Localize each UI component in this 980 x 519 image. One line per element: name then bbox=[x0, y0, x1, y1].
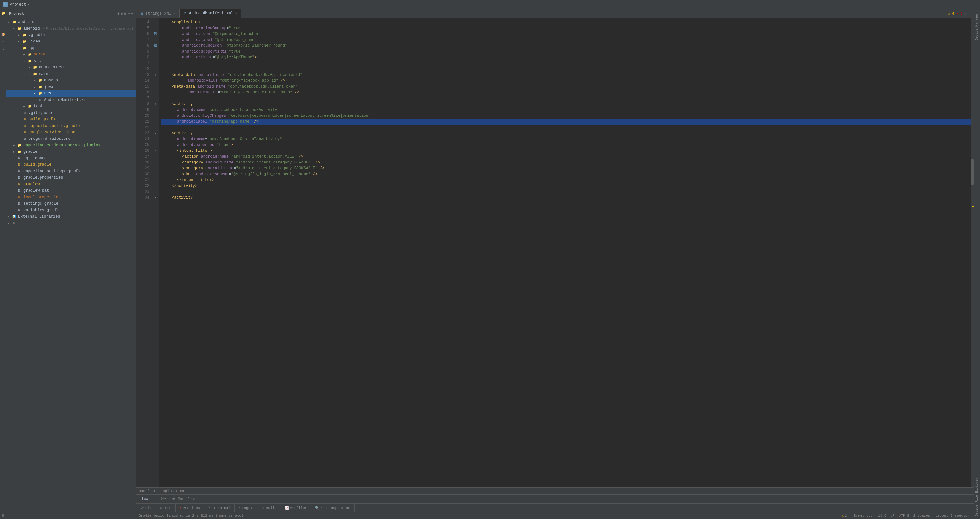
tree-item-external-libraries[interactable]: ▶ 📊 External Libraries bbox=[6, 214, 136, 220]
tab-label-2: AndroidManifest.xml bbox=[189, 11, 233, 16]
tree-item-gradlew[interactable]: 🗎 gradlew bbox=[6, 181, 136, 187]
project-close-icon[interactable]: — bbox=[131, 11, 133, 16]
build-variants-button[interactable]: ▤ bbox=[0, 512, 6, 519]
editor-content: 4 5 6 7 8 9 10 11 12 13 14 15 16 17 18 1… bbox=[136, 18, 974, 487]
xml-file-icon: 🗎 bbox=[140, 11, 143, 16]
editor-gutter: 🖼 🖼 ▾ ▾ ▾ ▾ bbox=[152, 18, 159, 487]
layout-inspector-button[interactable]: Layout Inspector bbox=[934, 514, 971, 518]
code-line-22 bbox=[161, 125, 971, 130]
gutter-fold-34[interactable]: ▾ bbox=[152, 195, 159, 200]
tree-item-build-gradle-root[interactable]: 🗎 build.gradle bbox=[6, 161, 136, 168]
tree-item-test[interactable]: ▶ 📁 test bbox=[6, 103, 136, 110]
code-area[interactable]: <application android:allowBackup="true" … bbox=[159, 18, 971, 487]
tree-item-capacitor-plugins[interactable]: ▶ 📁 capacitor-cordova-android-plugins bbox=[6, 142, 136, 149]
tool-problems[interactable]: ● Problems bbox=[176, 504, 204, 512]
tab-merged-manifest[interactable]: Merged Manifest bbox=[156, 495, 202, 504]
tree-label: AndroidManifest.xml bbox=[44, 97, 89, 102]
tree-item-proguard[interactable]: 🗎 proguard-rules.pro bbox=[6, 136, 136, 142]
tree-item-variables-gradle[interactable]: 🗎 variables.gradle bbox=[6, 207, 136, 214]
tree-item-gitignore-app[interactable]: 🗎 .gitignore bbox=[6, 110, 136, 116]
tree-item-gradle-folder[interactable]: ▶ 📁 .gradle bbox=[6, 32, 136, 38]
status-bar: Gradle build finished in 2 s 822 ms (mom… bbox=[136, 512, 974, 519]
tool-terminal[interactable]: >_ Terminal bbox=[204, 504, 235, 512]
warning-badge: ⚠ 4 bbox=[948, 11, 955, 16]
tree-label: gradlew bbox=[23, 182, 40, 187]
editor-scrollbar[interactable] bbox=[971, 18, 974, 487]
event-log-button[interactable]: Event Log bbox=[852, 514, 874, 518]
code-line-25: android:exported="true"> bbox=[161, 142, 971, 148]
tree-item-assets[interactable]: ▶ 📁 assets bbox=[6, 77, 136, 84]
gutter-image-marker-8[interactable]: 🖼 bbox=[152, 43, 159, 49]
profiler-icon: 📈 bbox=[285, 506, 289, 510]
tree-label: java bbox=[44, 85, 54, 89]
tab-close-button-2[interactable]: ✕ bbox=[235, 11, 237, 15]
code-line-10: android:theme="@style/AppTheme"> bbox=[161, 54, 971, 60]
error-marker bbox=[972, 206, 974, 207]
tree-item-androidmanifest[interactable]: 🗎 AndroidManifest.xml bbox=[6, 97, 136, 103]
tree-item-gitignore-root[interactable]: 🗎 .gitignore bbox=[6, 155, 136, 161]
gutter-fold-18[interactable]: ▾ bbox=[152, 101, 159, 107]
tree-label: .gitignore bbox=[29, 110, 52, 115]
tree-item-androidtest[interactable]: ▶ 📁 androidTest bbox=[6, 64, 136, 71]
resource-manager-button[interactable]: 🎨 bbox=[0, 31, 6, 38]
tree-item-capacitor-settings[interactable]: 🗎 capacitor.settings.gradle bbox=[6, 168, 136, 174]
tab-androidmanifest[interactable]: 🗎 AndroidManifest.xml ✕ bbox=[180, 9, 242, 18]
tool-todo-label: TODO bbox=[163, 506, 172, 510]
warning-count-button[interactable]: ⚠ 2 bbox=[840, 514, 848, 518]
pull-requests-button[interactable]: ⌥ bbox=[0, 24, 6, 31]
tree-item-main-folder[interactable]: ▾ 📁 main bbox=[6, 71, 136, 77]
tree-item-android-proj[interactable]: ▾ 📁 android ~/Projects/blog-projects/ion… bbox=[6, 25, 136, 32]
tree-item-google-services[interactable]: 🗎 google-services.json bbox=[6, 129, 136, 136]
gutter-image-marker-6[interactable]: 🖼 bbox=[152, 31, 159, 37]
tree-item-android-root[interactable]: ▾ 📁 android bbox=[6, 19, 136, 25]
breadcrumb-manifest[interactable]: manifest bbox=[139, 489, 156, 493]
tree-item-gradlew-bat[interactable]: 🗎 gradlew.bat bbox=[6, 187, 136, 194]
tree-item-src-folder[interactable]: ▾ 📁 src bbox=[6, 58, 136, 64]
tree-item-settings-gradle[interactable]: 🗎 settings.gradle bbox=[6, 200, 136, 207]
tree-item-java[interactable]: ▶ 📁 java bbox=[6, 84, 136, 90]
device-file-explorer-button[interactable]: Device File Explorer bbox=[975, 475, 979, 519]
tool-profiler[interactable]: 📈 Profiler bbox=[281, 504, 312, 512]
device-manager-button[interactable]: Device Manager bbox=[975, 10, 979, 43]
expand-editor-icon[interactable]: ↑ bbox=[965, 12, 967, 16]
tool-todo[interactable]: ☑ TODO bbox=[156, 504, 176, 512]
project-settings-icon[interactable]: ⚙ bbox=[117, 11, 119, 16]
tab-text[interactable]: Text bbox=[136, 495, 156, 504]
tool-build[interactable]: ⚙ Build bbox=[259, 504, 281, 512]
tree-item-gradle-properties[interactable]: 🗎 gradle.properties bbox=[6, 174, 136, 181]
scrollbar-thumb[interactable] bbox=[971, 159, 974, 185]
favorites-button[interactable]: ★ bbox=[0, 45, 6, 53]
tree-item-idea-folder[interactable]: ▶ 📁 .idea bbox=[6, 38, 136, 45]
code-line-20: android:configChanges="keyboard|keyboard… bbox=[161, 113, 971, 119]
tree-item-local-properties[interactable]: 🗎 local.properties bbox=[6, 194, 136, 200]
tab-text-label: Text bbox=[141, 497, 151, 501]
code-line-9: android:supportsRtl="true" bbox=[161, 49, 971, 54]
collapse-editor-icon[interactable]: ↓ bbox=[969, 12, 971, 16]
commit-tool-button[interactable]: ↑ bbox=[0, 17, 6, 24]
project-options-icon[interactable]: ⋯ bbox=[128, 11, 130, 16]
gutter-fold-13[interactable]: ▾ bbox=[152, 72, 159, 78]
tool-logcat-label: Logcat bbox=[242, 506, 255, 510]
tree-item-res[interactable]: ▶ 📁 res bbox=[6, 90, 136, 97]
tab-strings-xml[interactable]: 🗎 strings.xml ✕ bbox=[136, 9, 180, 18]
tab-close-button[interactable]: ✕ bbox=[173, 11, 175, 16]
tool-app-inspection[interactable]: 🔍 App Inspection bbox=[311, 504, 354, 512]
breadcrumb-application[interactable]: application bbox=[161, 489, 184, 493]
project-tool-button[interactable]: 📁 bbox=[0, 10, 6, 17]
tool-git[interactable]: ⎇ Git bbox=[136, 504, 156, 512]
tree-item-app-folder[interactable]: ▾ 📁 app bbox=[6, 45, 136, 51]
tool-logcat[interactable]: ≡ Logcat bbox=[235, 504, 259, 512]
tree-item-build-gradle-app[interactable]: 🗎 build.gradle bbox=[6, 116, 136, 123]
project-expand-icon[interactable]: ⊞ bbox=[121, 11, 123, 16]
tree-item-gradle-root[interactable]: ▶ 📁 gradle bbox=[6, 149, 136, 155]
gutter-fold-23[interactable]: ▾ bbox=[152, 130, 159, 136]
tree-item-capacitor-build[interactable]: 🗎 capacitor.build.gradle bbox=[6, 123, 136, 129]
tree-label: .idea bbox=[29, 39, 40, 44]
window-dropdown-icon[interactable]: ▾ bbox=[27, 3, 29, 6]
editor-bottom-tabs: Text Merged Manifest bbox=[136, 494, 974, 503]
structure-button[interactable]: ≡ bbox=[0, 38, 6, 45]
tree-item-build-folder[interactable]: ▶ 📁 build bbox=[6, 51, 136, 58]
project-collapse-icon[interactable]: ⊟ bbox=[124, 11, 126, 16]
gutter-fold-26[interactable]: ▾ bbox=[152, 148, 159, 154]
tree-item-scratches[interactable]: ▶ 🗎 bbox=[6, 220, 136, 227]
